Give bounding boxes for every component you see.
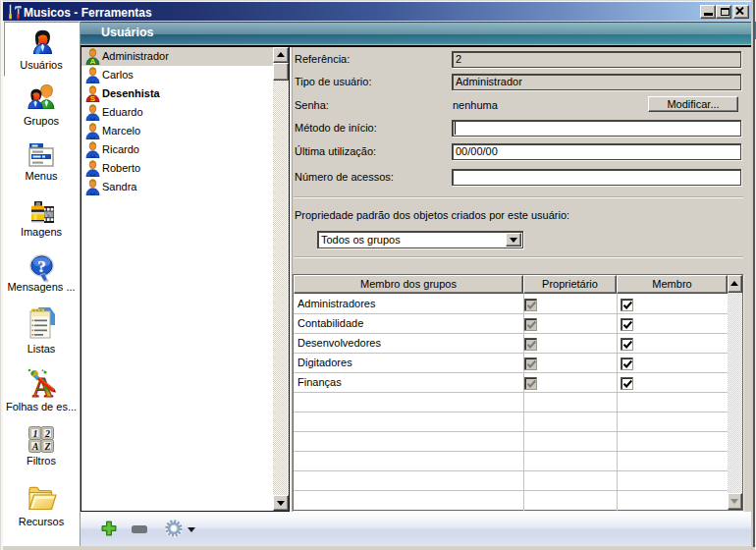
svg-text:A: A: [90, 57, 96, 65]
svg-text:1: 1: [33, 428, 38, 439]
svg-text:?: ?: [37, 257, 46, 276]
svg-text:Z: Z: [43, 441, 50, 452]
svg-text:S: S: [90, 94, 96, 102]
svg-text:A: A: [31, 441, 39, 452]
svg-text:2: 2: [44, 428, 50, 439]
